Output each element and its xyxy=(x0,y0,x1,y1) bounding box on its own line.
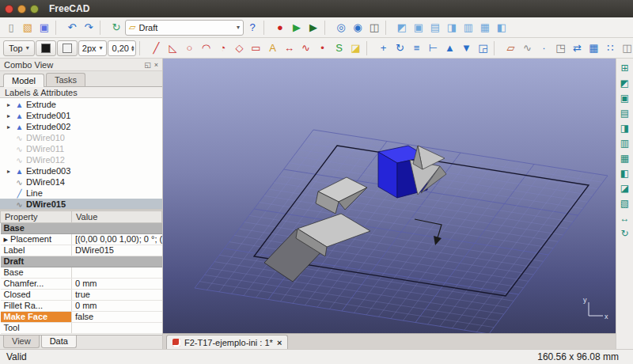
value-column-header[interactable]: Value xyxy=(72,211,162,222)
tree-item-dwire012[interactable]: ∿DWire012 xyxy=(0,154,162,165)
tab-view[interactable]: View xyxy=(3,336,40,348)
3d-viewport[interactable]: x y F2-T17-ejemplo-ini : 1* × xyxy=(163,59,616,349)
view-bottom-button[interactable]: ▦ xyxy=(618,151,632,165)
draft-facebinder-button[interactable]: ◪ xyxy=(347,40,363,56)
draft-circle-button[interactable]: ○ xyxy=(181,40,197,56)
wire-to-bspline-button[interactable]: ∿ xyxy=(519,40,535,56)
property-value[interactable] xyxy=(72,267,162,278)
property-name[interactable]: Chamfer... xyxy=(1,278,72,289)
view-isometric-button[interactable]: ◩ xyxy=(394,20,410,36)
draft-dimension-button[interactable]: ↔ xyxy=(281,40,297,56)
property-name[interactable]: Tool xyxy=(1,322,72,333)
new-document-button[interactable]: ▯ xyxy=(3,20,19,36)
document-tab[interactable]: F2-T17-ejemplo-ini : 1* × xyxy=(166,335,288,349)
draft-to-sketch-button[interactable]: ⇄ xyxy=(569,40,585,56)
tree-item-dwire010[interactable]: ∿DWire010 xyxy=(0,132,162,143)
working-plane-button[interactable]: Top ▾ xyxy=(3,40,35,56)
view-front-button[interactable]: ▣ xyxy=(411,20,426,36)
draw-style-button[interactable]: ◫ xyxy=(366,20,382,36)
tree-item-line[interactable]: ╱Line xyxy=(0,188,162,199)
tab-tasks[interactable]: Tasks xyxy=(46,73,85,86)
property-value[interactable] xyxy=(72,322,162,333)
spinner-arrows-icon[interactable]: ▴▾ xyxy=(131,45,135,51)
tree-item-dwire014[interactable]: ∿DWire014 xyxy=(0,176,162,188)
draft-bspline-button[interactable]: ∿ xyxy=(298,40,313,56)
zoom-fit-all-button[interactable]: ◎ xyxy=(333,20,349,36)
line-width-select[interactable]: 2px ▾ xyxy=(78,40,107,56)
dock-float-icon[interactable]: ◱ xyxy=(144,61,151,69)
draft-trimex-button[interactable]: ⊢ xyxy=(425,40,441,56)
draft-shapestring-button[interactable]: S xyxy=(331,40,347,56)
view-rear-button[interactable]: ▥ xyxy=(461,20,476,36)
draft-clone-button[interactable]: ◫ xyxy=(619,40,633,56)
macro-debug-button[interactable]: ▶ xyxy=(305,20,321,36)
tab-close-icon[interactable]: × xyxy=(277,338,282,347)
property-name[interactable]: Base xyxy=(1,267,72,278)
zoom-selection-button[interactable]: ◉ xyxy=(350,20,366,36)
draft-rotate-button[interactable]: ↻ xyxy=(392,40,407,56)
macro-execute-button[interactable]: ▶ xyxy=(289,20,305,36)
property-value[interactable]: 0 mm xyxy=(72,300,162,311)
expander-icon[interactable]: ▸ xyxy=(5,101,13,108)
whats-this-button[interactable]: ? xyxy=(244,20,260,36)
view-isometric-button[interactable]: ◩ xyxy=(618,76,632,90)
draft-polyline-button[interactable]: ◺ xyxy=(165,40,180,56)
draft-rectangle-button[interactable]: ▭ xyxy=(248,40,263,56)
draft-offset-button[interactable]: ≡ xyxy=(408,40,424,56)
property-name[interactable]: Closed xyxy=(1,289,72,300)
view-left-button[interactable]: ◧ xyxy=(494,20,510,36)
tree-item-dwire015[interactable]: ∿DWire015 xyxy=(0,199,162,209)
property-value[interactable]: 0 mm xyxy=(72,278,162,289)
scale-spinbox[interactable]: 0,20 ▴▾ xyxy=(108,40,137,56)
save-button[interactable]: ▣ xyxy=(36,20,52,36)
draft-array-button[interactable]: ▦ xyxy=(586,40,601,56)
property-name[interactable]: Make Face xyxy=(1,311,72,322)
property-group-base[interactable]: Base xyxy=(1,222,162,233)
tree-item-extrude003[interactable]: ▸▲Extrude003 xyxy=(0,165,162,176)
tree-item-extrude[interactable]: ▸▲Extrude xyxy=(0,99,162,110)
draft-point-button[interactable]: • xyxy=(314,40,330,56)
tree-item-extrude002[interactable]: ▸▲Extrude002 xyxy=(0,121,162,132)
tab-model[interactable]: Model xyxy=(3,74,44,87)
draft-move-button[interactable]: + xyxy=(375,40,391,56)
property-name[interactable]: ▸ Placement xyxy=(1,233,72,245)
draft-downgrade-button[interactable]: ▼ xyxy=(458,40,474,56)
view-top-button[interactable]: ▤ xyxy=(618,106,632,120)
view-right-button[interactable]: ◨ xyxy=(618,121,632,135)
open-folder-button[interactable]: ▧ xyxy=(20,20,36,36)
expander-icon[interactable]: ▸ xyxy=(5,168,13,175)
property-column-header[interactable]: Property xyxy=(1,211,72,222)
view-rear-button[interactable]: ▥ xyxy=(618,136,632,150)
view-left-button[interactable]: ◧ xyxy=(618,166,632,180)
view-top-button[interactable]: ▤ xyxy=(427,20,443,36)
property-value[interactable]: true xyxy=(72,289,162,300)
draft-add-point-button[interactable]: ∙ xyxy=(536,40,552,56)
window-minimize-button[interactable] xyxy=(17,5,26,13)
view-fit-all-button[interactable]: ⊞ xyxy=(618,61,632,75)
expander-icon[interactable]: ▸ xyxy=(5,123,13,131)
refresh-button[interactable]: ↻ xyxy=(108,20,124,36)
tree-item-dwire011[interactable]: ∿DWire011 xyxy=(0,143,162,154)
macro-record-button[interactable]: ● xyxy=(272,20,288,36)
property-value[interactable]: [(0,00 0,00 1,00); 0 °; (0 ... xyxy=(72,233,162,245)
view-axonometric-button[interactable]: ◪ xyxy=(618,181,632,195)
property-name[interactable]: Fillet Ra... xyxy=(1,300,72,311)
draft-path-array-button[interactable]: ∷ xyxy=(602,40,618,56)
measure-distance-button[interactable]: ↔ xyxy=(618,211,632,226)
tree-item-extrude001[interactable]: ▸▲Extrude001 xyxy=(0,110,162,121)
workbench-selector[interactable]: ▱ Draft ▾ xyxy=(125,20,244,36)
draft-edit-button[interactable]: ▱ xyxy=(502,40,518,56)
line-color-button[interactable] xyxy=(36,40,56,56)
undo-button[interactable]: ↶ xyxy=(64,20,80,36)
shape-2d-view-button[interactable]: ◳ xyxy=(552,40,568,56)
window-maximize-button[interactable] xyxy=(30,5,39,13)
property-name[interactable]: Label xyxy=(1,245,72,256)
view-right-button[interactable]: ◨ xyxy=(444,20,460,36)
view-front-button[interactable]: ▣ xyxy=(618,91,632,105)
sync-view-button[interactable]: ↻ xyxy=(618,226,632,241)
draft-polygon-button[interactable]: ◇ xyxy=(231,40,247,56)
window-close-button[interactable] xyxy=(5,5,13,13)
view-bottom-button[interactable]: ▦ xyxy=(477,20,493,36)
face-color-button[interactable] xyxy=(57,40,78,56)
property-value[interactable]: false xyxy=(72,311,162,322)
